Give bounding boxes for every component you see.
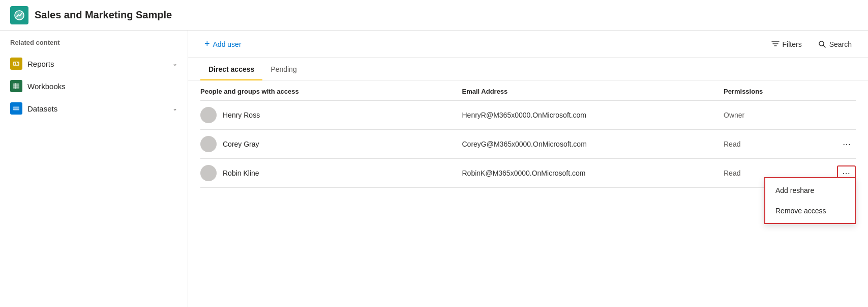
more-button-corey-gray[interactable]: ⋯ [838,137,856,152]
svg-rect-5 [17,63,18,65]
user-name-corey-gray: Corey Gray [223,140,259,148]
table-row: Henry Ross HenryR@M365x0000.OnMicrosoft.… [200,101,856,130]
sidebar: Related content Reports ⌄ [0,31,188,307]
workbooks-icon [10,80,22,92]
col-permissions: Permissions [724,88,825,95]
filter-icon [771,40,780,48]
email-robin-kline: RobinK@M365x0000.OnMicrosoft.com [462,169,724,177]
user-name-henry-ross: Henry Ross [223,111,260,119]
app-header: Sales and Marketing Sample [0,0,868,31]
table-header: People and groups with access Email Addr… [200,80,856,101]
app-logo [10,6,28,24]
logo-icon [14,10,25,21]
main-layout: Related content Reports ⌄ [0,31,868,307]
user-cell-corey-gray: Corey Gray [200,136,462,152]
sidebar-item-workbooks[interactable]: Workbooks [0,75,188,97]
permission-henry-ross: Owner [724,111,825,119]
tab-pending[interactable]: Pending [262,58,305,80]
avatar-henry-ross [200,107,217,123]
search-icon [818,40,826,48]
svg-rect-10 [13,106,19,110]
sidebar-item-reports-label: Reports [27,60,172,68]
toolbar: + Add user Filters Search [188,31,868,58]
permission-corey-gray: Read [724,140,825,148]
user-cell-henry-ross: Henry Ross [200,107,462,123]
search-button[interactable]: Search [814,38,856,50]
svg-line-14 [823,45,825,47]
menu-item-add-reshare[interactable]: Add reshare [765,180,855,201]
search-label: Search [829,40,852,48]
user-name-robin-kline: Robin Kline [223,169,259,177]
filters-label: Filters [783,40,802,48]
avatar-corey-gray [200,136,217,152]
tab-direct-access[interactable]: Direct access [200,58,262,80]
email-henry-ross: HenryR@M365x0000.OnMicrosoft.com [462,111,724,119]
svg-rect-6 [13,83,19,89]
col-email: Email Address [462,88,724,95]
reports-icon [10,58,22,70]
sidebar-item-datasets-label: Datasets [27,104,172,113]
datasets-icon [10,102,22,115]
table-row: Robin Kline RobinK@M365x0000.OnMicrosoft… [200,159,856,188]
add-user-button[interactable]: + Add user [200,37,246,51]
avatar-robin-kline [200,165,217,181]
tab-direct-access-label: Direct access [208,65,254,73]
app-title: Sales and Marketing Sample [35,9,172,21]
filters-button[interactable]: Filters [767,38,806,50]
table-area: People and groups with access Email Addr… [188,80,868,307]
sidebar-item-datasets[interactable]: Datasets ⌄ [0,97,188,120]
tabs: Direct access Pending [188,58,868,80]
reports-chevron-icon: ⌄ [172,60,177,67]
table-row: Corey Gray CoreyG@M365x0000.OnMicrosoft.… [200,130,856,159]
svg-rect-3 [14,63,15,65]
sidebar-item-workbooks-label: Workbooks [27,82,177,91]
action-cell-robin-kline: ⋯ Add reshare Remove access [825,165,856,181]
col-actions [825,88,856,95]
datasets-chevron-icon: ⌄ [172,105,177,112]
add-icon: + [204,39,210,49]
permission-robin-kline: Read [724,169,825,177]
sidebar-heading: Related content [0,39,188,52]
user-cell-robin-kline: Robin Kline [200,165,462,181]
svg-rect-4 [16,62,17,65]
col-people: People and groups with access [200,88,462,95]
context-menu: Add reshare Remove access [764,177,856,224]
add-user-label: Add user [213,40,242,48]
email-corey-gray: CoreyG@M365x0000.OnMicrosoft.com [462,140,724,148]
sidebar-item-reports[interactable]: Reports ⌄ [0,52,188,75]
tab-pending-label: Pending [271,65,296,73]
action-cell-corey-gray: ⋯ [825,137,856,152]
menu-item-remove-access[interactable]: Remove access [765,201,855,221]
content-area: + Add user Filters Search Direct a [188,31,868,307]
